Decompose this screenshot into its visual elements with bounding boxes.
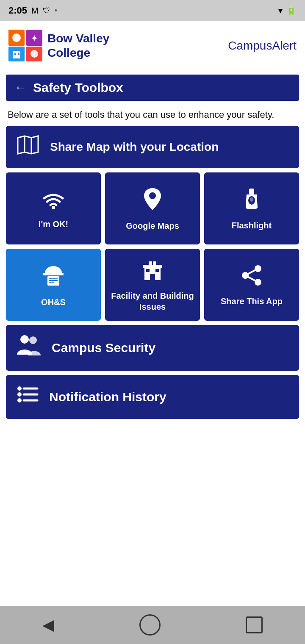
svg-point-9 [30, 50, 38, 58]
flashlight-button[interactable]: Flashlight [204, 172, 299, 244]
svg-rect-23 [143, 265, 162, 268]
wifi-icon: ▾ [278, 6, 283, 16]
app-header: ✦ Bow Valley College CampusAlert [0, 21, 305, 66]
google-maps-label: Google Maps [126, 220, 179, 231]
svg-point-13 [149, 192, 156, 199]
campus-security-button[interactable]: Campus Security [6, 325, 299, 371]
facility-issues-button[interactable]: Facility and Building Issues [105, 249, 200, 321]
wifi-signal-icon [42, 189, 65, 213]
svg-rect-7 [14, 53, 16, 55]
svg-text:✦: ✦ [30, 33, 38, 44]
tool-grid-row2: OH&S Facility and Building Iss [6, 249, 299, 321]
share-app-label: Share This App [221, 296, 283, 307]
flashlight-label: Flashlight [232, 220, 272, 231]
page-description: Below are a set of tools that you can us… [0, 101, 305, 126]
im-ok-label: I'm OK! [39, 219, 68, 230]
ohs-icon [42, 264, 65, 291]
google-maps-button[interactable]: Google Maps [105, 172, 200, 244]
svg-rect-17 [43, 273, 64, 275]
people-icon [16, 334, 42, 361]
campus-alert-brand: CampusAlert [228, 39, 297, 53]
svg-rect-27 [155, 269, 159, 272]
svg-point-35 [29, 336, 37, 344]
svg-rect-24 [149, 261, 152, 266]
svg-point-37 [17, 392, 22, 397]
college-name: Bow Valley College [47, 31, 109, 60]
back-button[interactable]: ← [14, 81, 26, 94]
notification-history-button[interactable]: Notification History [6, 375, 299, 419]
status-right: ▾ 🔋 [278, 6, 297, 16]
nav-home-icon [139, 614, 161, 636]
share-map-label: Share Map with your Location [50, 139, 219, 155]
nav-recent-button[interactable] [246, 616, 263, 633]
navigation-bar: ◀ [0, 606, 305, 644]
status-left: 2:05 M 🛡 • [8, 5, 57, 16]
nav-home-button[interactable] [139, 614, 161, 636]
svg-rect-25 [153, 261, 156, 266]
map-icon [16, 134, 40, 160]
svg-rect-28 [150, 274, 155, 280]
svg-rect-14 [249, 189, 254, 194]
page-title: Safety Toolbox [33, 80, 123, 95]
status-bar: 2:05 M 🛡 • ▾ 🔋 [0, 0, 305, 21]
nav-recent-icon [246, 616, 263, 633]
nav-back-button[interactable]: ◀ [42, 616, 54, 634]
svg-rect-8 [18, 53, 19, 55]
svg-point-12 [52, 206, 55, 209]
logo-area: ✦ Bow Valley College [8, 30, 109, 61]
page-title-bar[interactable]: ← Safety Toolbox [6, 75, 299, 101]
svg-line-33 [245, 275, 258, 282]
battery-icon: 🔋 [286, 6, 297, 16]
list-icon [16, 384, 39, 410]
status-time: 2:05 [8, 5, 27, 16]
building-icon [141, 259, 164, 284]
ohs-button[interactable]: OH&S [6, 249, 101, 321]
share-icon [240, 264, 263, 290]
college-logo: ✦ [8, 30, 42, 61]
nav-back-icon: ◀ [42, 616, 54, 634]
svg-point-34 [20, 335, 29, 344]
svg-point-38 [17, 398, 22, 402]
svg-point-4 [12, 33, 21, 42]
facility-issues-label: Facility and Building Issues [109, 290, 196, 312]
svg-line-32 [245, 269, 258, 275]
campus-security-label: Campus Security [52, 341, 155, 355]
share-map-button[interactable]: Share Map with your Location [6, 126, 299, 168]
location-pin-icon [143, 187, 162, 214]
notification-history-label: Notification History [49, 390, 166, 404]
svg-rect-26 [146, 269, 150, 272]
ohs-label: OH&S [41, 297, 66, 308]
shield-icon: 🛡 [43, 6, 50, 15]
main-content: Share Map with your Location I'm OK! [0, 126, 305, 606]
svg-point-36 [17, 386, 22, 391]
im-ok-button[interactable]: I'm OK! [6, 172, 101, 244]
gmail-icon: M [31, 6, 39, 16]
svg-point-16 [250, 197, 253, 202]
dot-icon: • [55, 6, 57, 15]
flashlight-icon [242, 188, 261, 214]
share-app-button[interactable]: Share This App [204, 249, 299, 321]
tool-grid-row1: I'm OK! Google Maps Flashlight [6, 172, 299, 244]
